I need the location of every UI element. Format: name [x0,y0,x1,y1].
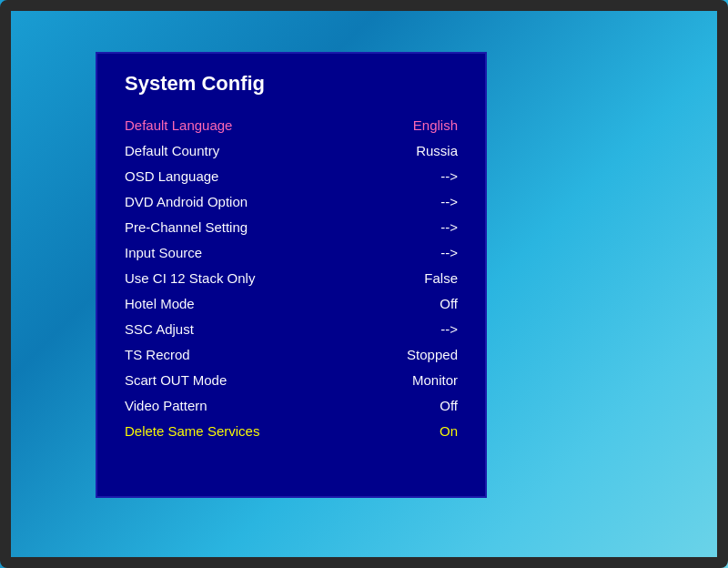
menu-item-value-pre-channel-setting: --> [385,219,458,235]
menu-item-label-ts-recrod: TS Recrod [125,347,190,362]
menu-item-default-country[interactable]: Default CountryRussia [125,137,458,163]
menu-item-label-dvd-android-option: DVD Android Option [125,194,248,209]
menu-item-osd-language[interactable]: OSD Language--> [125,163,458,188]
menu-item-label-ssc-adjust: SSC Adjust [125,321,194,337]
menu-item-label-hotel-mode: Hotel Mode [125,296,195,311]
menu-item-label-default-country: Default Country [125,143,219,158]
page-title: System Config [125,72,458,96]
menu-item-value-scart-out-mode: Monitor [385,372,458,388]
menu-item-value-ssc-adjust: --> [385,321,458,337]
menu-item-value-default-country: Russia [385,143,458,158]
menu-item-dvd-android-option[interactable]: DVD Android Option--> [125,188,458,214]
menu-item-value-ts-recrod: Stopped [385,347,458,362]
menu-item-label-use-ci-12-stack-only: Use CI 12 Stack Only [125,270,255,286]
menu-item-ssc-adjust[interactable]: SSC Adjust--> [125,316,458,341]
menu-item-hotel-mode[interactable]: Hotel ModeOff [125,290,458,316]
menu-item-label-delete-same-services: Delete Same Services [125,423,259,439]
menu-item-value-dvd-android-option: --> [385,194,458,209]
menu-item-pre-channel-setting[interactable]: Pre-Channel Setting--> [125,214,458,239]
menu-item-value-input-source: --> [385,245,458,260]
menu-item-label-input-source: Input Source [125,245,202,260]
menu-item-value-use-ci-12-stack-only: False [385,270,458,286]
menu-item-value-delete-same-services: On [385,423,458,439]
menu-item-label-default-language: Default Language [125,117,232,133]
menu-item-label-osd-language: OSD Language [125,168,218,184]
menu-item-ts-recrod[interactable]: TS RecrodStopped [125,341,458,367]
menu-items-list: Default LanguageEnglishDefault CountryRu… [125,112,458,443]
menu-item-use-ci-12-stack-only[interactable]: Use CI 12 Stack OnlyFalse [125,265,458,290]
menu-item-value-video-pattern: Off [385,398,458,413]
menu-item-scart-out-mode[interactable]: Scart OUT ModeMonitor [125,367,458,392]
menu-item-video-pattern[interactable]: Video PatternOff [125,392,458,418]
menu-panel: System Config Default LanguageEnglishDef… [96,52,487,498]
menu-item-input-source[interactable]: Input Source--> [125,239,458,265]
menu-item-default-language[interactable]: Default LanguageEnglish [125,112,458,137]
menu-item-delete-same-services[interactable]: Delete Same ServicesOn [125,418,458,443]
menu-item-label-video-pattern: Video Pattern [125,398,207,413]
menu-item-label-pre-channel-setting: Pre-Channel Setting [125,219,248,235]
menu-item-label-scart-out-mode: Scart OUT Mode [125,372,227,388]
menu-item-value-default-language: English [385,117,458,133]
menu-item-value-osd-language: --> [385,168,458,184]
menu-item-value-hotel-mode: Off [385,296,458,311]
screen-area: System Config Default LanguageEnglishDef… [18,15,710,553]
